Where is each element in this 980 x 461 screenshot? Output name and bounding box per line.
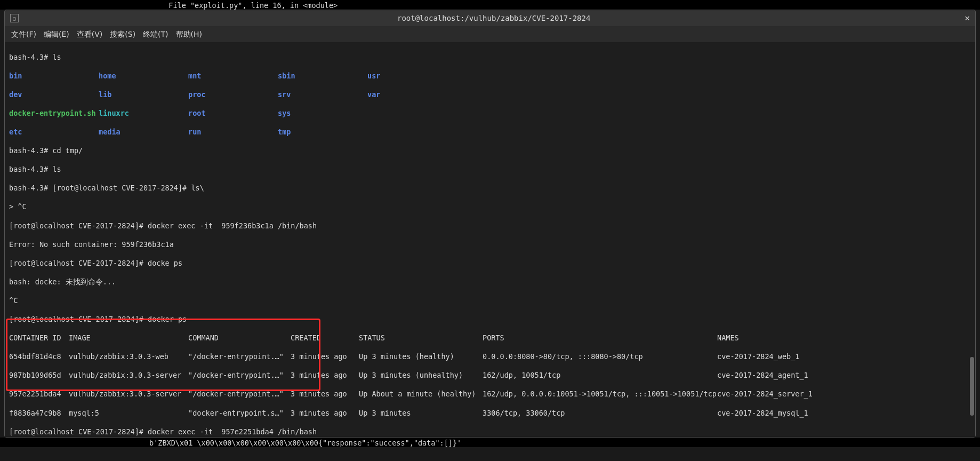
error: Error: No such container: 959f236b3c1a: [9, 240, 971, 250]
col: IMAGE: [69, 333, 188, 343]
file: docker-entrypoint.sh: [9, 109, 99, 118]
cell: "/docker-entrypoint.…": [188, 371, 291, 380]
col: CREATED: [291, 333, 359, 343]
ls-row: devlibprocsrvvar: [9, 90, 971, 100]
cell: 3 minutes ago: [291, 409, 359, 418]
ls-row: docker-entrypoint.shlinuxrcrootsys: [9, 109, 971, 118]
cell: "/docker-entrypoint.…": [188, 352, 291, 362]
cell: 3306/tcp, 33060/tcp: [483, 409, 717, 418]
cell: Up 3 minutes: [359, 409, 483, 418]
dir: tmp: [278, 128, 367, 137]
dir: var: [367, 90, 380, 100]
ls-row: binhomemntsbinusr: [9, 71, 971, 81]
terminal-window: ▢ root@localhost:/vulhub/zabbix/CVE-2017…: [4, 10, 976, 438]
root-prompt: [root@localhost CVE-2017-2824]#: [9, 259, 148, 267]
menu-search[interactable]: 搜索(S): [110, 29, 135, 39]
cell: 654bdf81d4c8: [9, 352, 69, 362]
dir: lib: [99, 90, 188, 100]
cell: vulhub/zabbix:3.0.3-server: [69, 390, 188, 399]
docker-ps-header: CONTAINER IDIMAGECOMMANDCREATEDSTATUSPOR…: [9, 333, 971, 343]
background-traceback-line: File "exploit.py", line 16, in <module>: [0, 0, 980, 10]
menubar: 文件(F) 编辑(E) 查看(V) 搜索(S) 终端(T) 帮助(H): [5, 26, 975, 42]
menu-terminal[interactable]: 终端(T): [143, 29, 168, 39]
close-icon[interactable]: ✕: [965, 13, 970, 24]
cell: 162/udp, 0.0.0.0:10051->10051/tcp, :::10…: [483, 390, 717, 399]
dir: etc: [9, 128, 99, 137]
cmd: ls: [52, 165, 61, 173]
cell: "/docker-entrypoint.…": [188, 390, 291, 399]
dir: srv: [278, 90, 367, 100]
bash-prompt: bash-4.3#: [9, 184, 52, 192]
cell: Up 3 minutes (unhealthy): [359, 371, 483, 380]
col: CONTAINER ID: [9, 333, 69, 343]
error: bash: docke: 未找到命令...: [9, 277, 971, 287]
cell: 162/udp, 10051/tcp: [483, 371, 717, 380]
terminal-body[interactable]: bash-4.3# ls binhomemntsbinusr devlibpro…: [5, 42, 975, 437]
cmd: docker exec -it 959f236b3c1a /bin/bash: [148, 221, 317, 230]
cmd: docke ps: [148, 259, 182, 267]
new-tab-icon[interactable]: ▢: [10, 14, 19, 22]
dir: run: [188, 128, 278, 137]
root-prompt: [root@localhost CVE-2017-2824]#: [9, 221, 148, 230]
ctrl-c: > ^C: [9, 202, 971, 212]
dir: mnt: [188, 71, 278, 81]
background-response-line: b'ZBXD\x01 \x00\x00\x00\x00\x00\x00\x00{…: [0, 438, 980, 447]
cell: 957e2251bda4: [9, 390, 69, 399]
ls-row: etcmediaruntmp: [9, 128, 971, 137]
bash-prompt: bash-4.3#: [9, 53, 52, 61]
cell: vulhub/zabbix:3.0.3-web: [69, 352, 188, 362]
col: STATUS: [359, 333, 483, 343]
menu-edit[interactable]: 编辑(E): [44, 29, 69, 39]
titlebar: ▢ root@localhost:/vulhub/zabbix/CVE-2017…: [5, 10, 975, 26]
root-prompt: [root@localhost CVE-2017-2824]#: [9, 315, 148, 323]
cell: f8836a47c9b8: [9, 409, 69, 418]
docker-ps-row: 987bb109d65dvulhub/zabbix:3.0.3-server"/…: [9, 371, 971, 380]
root-prompt: [root@localhost CVE-2017-2824]#: [9, 427, 148, 436]
cell: 0.0.0.0:8080->80/tcp, :::8080->80/tcp: [483, 352, 717, 362]
cell: 3 minutes ago: [291, 352, 359, 362]
cmd: docker exec -it 957e2251bda4 /bin/bash: [148, 427, 317, 436]
bash-prompt: bash-4.3#: [9, 146, 52, 155]
bash-prompt: bash-4.3#: [9, 165, 52, 173]
cell: vulhub/zabbix:3.0.3-server: [69, 371, 188, 380]
cell: Up 3 minutes (healthy): [359, 352, 483, 362]
cell: 987bb109d65d: [9, 371, 69, 380]
cell: Up About a minute (healthy): [359, 390, 483, 399]
col: PORTS: [483, 333, 717, 343]
cell: 3 minutes ago: [291, 371, 359, 380]
dir: dev: [9, 90, 99, 100]
dir: usr: [367, 71, 380, 81]
ctrl-c: ^C: [9, 296, 971, 306]
cell: 3 minutes ago: [291, 390, 359, 399]
cmd: cd tmp/: [52, 146, 83, 155]
cmd-ls: ls: [52, 53, 61, 61]
cell: mysql:5: [69, 409, 188, 418]
scrollbar-thumb[interactable]: [970, 357, 974, 416]
dir: proc: [188, 90, 278, 100]
menu-view[interactable]: 查看(V): [77, 29, 103, 39]
root-prompt: [root@localhost CVE-2017-2824]#: [52, 184, 191, 192]
col: COMMAND: [188, 333, 291, 343]
cell: cve-2017-2824_agent_1: [717, 371, 808, 380]
dir: media: [99, 128, 188, 137]
dir: home: [99, 71, 188, 81]
dir: root: [188, 109, 278, 118]
cell: "docker-entrypoint.s…": [188, 409, 291, 418]
docker-ps-row: 654bdf81d4c8vulhub/zabbix:3.0.3-web"/doc…: [9, 352, 971, 362]
dir: bin: [9, 71, 99, 81]
cmd: ls\: [191, 184, 204, 192]
dir: sbin: [278, 71, 367, 81]
menu-help[interactable]: 帮助(H): [176, 29, 202, 39]
col: NAMES: [717, 333, 739, 343]
docker-ps-row: 957e2251bda4vulhub/zabbix:3.0.3-server"/…: [9, 390, 971, 399]
docker-ps-row: f8836a47c9b8mysql:5"docker-entrypoint.s……: [9, 409, 971, 418]
window-title: root@localhost:/vulhub/zabbix/CVE-2017-2…: [23, 13, 965, 23]
link: linuxrc: [99, 109, 188, 118]
cmd: docker ps: [148, 315, 187, 323]
cell: cve-2017-2824_server_1: [717, 390, 813, 399]
cell: cve-2017-2824_mysql_1: [717, 409, 808, 418]
dir: sys: [278, 109, 367, 118]
cell: cve-2017-2824_web_1: [717, 352, 799, 362]
menu-file[interactable]: 文件(F): [11, 29, 36, 39]
